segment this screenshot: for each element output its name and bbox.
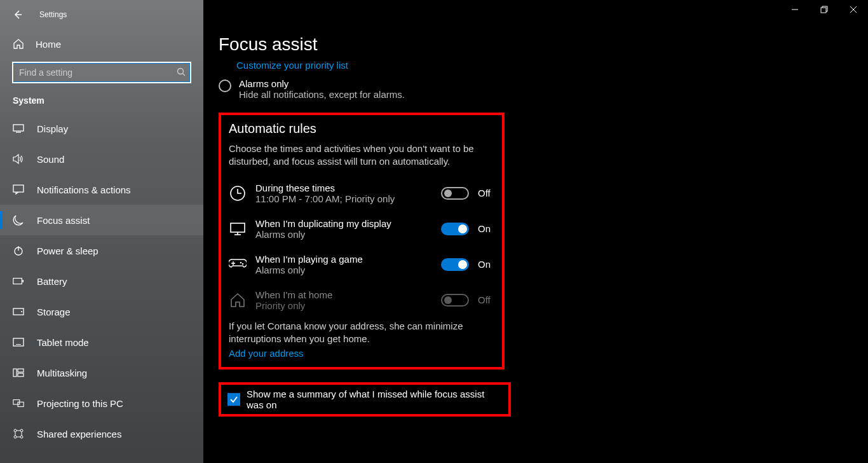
search-input[interactable] — [13, 62, 191, 83]
main-content: Focus assist Customize your priority lis… — [203, 0, 868, 463]
sidebar-item-label: Storage — [37, 307, 71, 317]
rule-state: On — [478, 259, 494, 270]
sidebar-item-label: Sound — [37, 154, 64, 165]
svg-point-16 — [20, 429, 23, 432]
storage-icon — [13, 306, 24, 317]
gamepad-icon — [229, 256, 247, 273]
rule-title: When I'm playing a game — [255, 254, 432, 265]
svg-point-23 — [242, 263, 244, 265]
projecting-icon — [13, 397, 24, 409]
notifications-icon — [13, 184, 24, 195]
sidebar-item-projecting[interactable]: Projecting to this PC — [0, 388, 203, 418]
sidebar-item-label: Notifications & actions — [37, 184, 131, 195]
svg-rect-21 — [231, 223, 245, 232]
sidebar-item-multitasking[interactable]: Multitasking — [0, 357, 203, 388]
rule-playing-game[interactable]: When I'm playing a game Alarms only On — [229, 254, 494, 275]
svg-rect-1 — [13, 125, 24, 131]
sidebar-item-label: Focus assist — [37, 215, 90, 226]
rules-desc: Choose the times and activities when you… — [229, 142, 494, 169]
sidebar-item-notifications[interactable]: Notifications & actions — [0, 174, 203, 205]
svg-point-17 — [14, 436, 17, 438]
rule-toggle[interactable] — [441, 187, 469, 200]
clock-icon — [229, 184, 247, 202]
rule-subtitle: Alarms only — [255, 265, 432, 275]
focus-assist-icon — [13, 214, 24, 226]
svg-point-15 — [14, 429, 17, 432]
sidebar-item-tablet[interactable]: Tablet mode — [0, 327, 203, 357]
svg-point-7 — [21, 311, 22, 312]
sidebar-item-label: Multitasking — [37, 368, 87, 378]
rule-state: On — [478, 223, 494, 234]
sidebar-section-header: System — [0, 83, 203, 109]
back-button[interactable] — [11, 8, 24, 21]
sound-icon — [13, 153, 24, 165]
svg-rect-4 — [13, 279, 22, 284]
shared-icon — [13, 428, 24, 439]
rules-heading: Automatic rules — [229, 121, 494, 136]
svg-rect-2 — [13, 185, 24, 192]
display-icon — [13, 123, 24, 134]
automatic-rules-section: Automatic rules Choose the times and act… — [219, 113, 505, 370]
rule-toggle[interactable] — [441, 258, 469, 271]
rule-subtitle: Priority only — [255, 300, 432, 311]
rule-title: When I'm duplicating my display — [255, 218, 432, 229]
customize-priority-link[interactable]: Customize your priority list — [236, 60, 709, 71]
close-button[interactable] — [839, 0, 868, 19]
sidebar-item-display[interactable]: Display — [0, 113, 203, 144]
rule-during-times[interactable]: During these times 11:00 PM - 7:00 AM; P… — [229, 183, 494, 204]
rule-subtitle: 11:00 PM - 7:00 AM; Priority only — [255, 193, 432, 204]
radio-desc: Hide all notifications, except for alarm… — [239, 89, 405, 100]
page-title: Focus assist — [203, 0, 868, 55]
power-icon — [13, 245, 24, 256]
sidebar-item-label: Tablet mode — [37, 337, 89, 348]
sidebar-item-label: Display — [37, 123, 68, 134]
tablet-icon — [13, 336, 24, 348]
search-box[interactable] — [13, 62, 191, 83]
svg-rect-11 — [18, 369, 24, 372]
rule-toggle[interactable] — [441, 223, 469, 235]
home-icon — [229, 291, 247, 309]
summary-checkbox[interactable] — [227, 393, 240, 406]
sidebar-item-label: Battery — [37, 276, 67, 287]
radio-title: Alarms only — [239, 78, 405, 89]
svg-point-22 — [240, 261, 242, 263]
arrow-left-icon — [13, 10, 23, 20]
svg-rect-12 — [18, 373, 24, 377]
radio-alarms-only[interactable]: Alarms only Hide all notifications, exce… — [219, 78, 709, 100]
sidebar: Settings Home System Display Sound Notif… — [0, 0, 203, 463]
maximize-button[interactable] — [810, 0, 839, 19]
sidebar-item-label: Projecting to this PC — [37, 398, 123, 409]
maximize-icon — [820, 6, 828, 13]
sidebar-item-label: Shared experiences — [37, 429, 121, 439]
close-icon — [850, 6, 857, 13]
minimize-button[interactable] — [780, 0, 810, 19]
svg-rect-10 — [13, 369, 17, 377]
sidebar-item-battery[interactable]: Battery — [0, 266, 203, 296]
rule-title: During these times — [255, 183, 432, 193]
sidebar-item-focus-assist[interactable]: Focus assist — [0, 205, 203, 235]
rule-state: Off — [478, 294, 494, 305]
svg-rect-8 — [13, 338, 24, 346]
sidebar-item-storage[interactable]: Storage — [0, 296, 203, 327]
rule-title: When I'm at home — [255, 289, 432, 300]
battery-icon — [13, 275, 24, 287]
summary-checkbox-row[interactable]: Show me a summary of what I missed while… — [219, 382, 511, 417]
sidebar-item-shared[interactable]: Shared experiences — [0, 418, 203, 449]
sidebar-item-sound[interactable]: Sound — [0, 144, 203, 174]
home-nav[interactable]: Home — [0, 29, 203, 59]
rule-toggle — [441, 294, 469, 307]
svg-rect-19 — [821, 8, 826, 13]
svg-rect-9 — [16, 344, 21, 345]
multitasking-icon — [13, 367, 24, 378]
monitor-icon — [229, 220, 247, 238]
cortana-note: If you let Cortana know your address, sh… — [229, 320, 494, 346]
add-address-link[interactable]: Add your address — [229, 348, 304, 359]
svg-rect-5 — [22, 280, 24, 282]
sidebar-item-power[interactable]: Power & sleep — [0, 235, 203, 266]
svg-point-18 — [20, 436, 23, 438]
sidebar-item-label: Power & sleep — [37, 245, 98, 256]
rule-subtitle: Alarms only — [255, 229, 432, 240]
minimize-icon — [791, 6, 799, 13]
rule-duplicating-display[interactable]: When I'm duplicating my display Alarms o… — [229, 218, 494, 240]
radio-icon — [219, 79, 231, 92]
